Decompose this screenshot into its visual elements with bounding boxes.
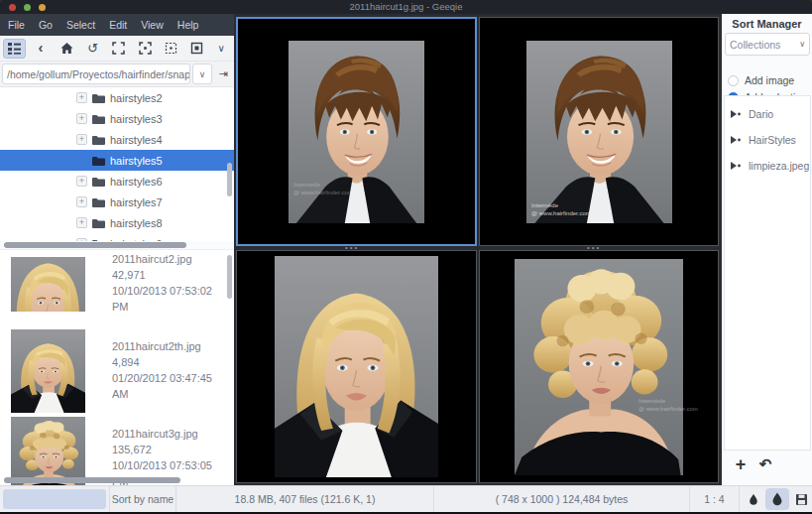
color-profile-off-button[interactable]	[742, 488, 765, 510]
home-button[interactable]	[56, 39, 78, 59]
file-name: 2011haircut3g.jpg	[112, 427, 228, 443]
zoom-ratio-segment[interactable]: 1 : 4	[689, 486, 739, 512]
sort-manager-panel: Sort Manager Collections ∨ Add image Add…	[721, 14, 812, 485]
menu-help[interactable]: Help	[177, 19, 199, 31]
zoom-fit-icon	[112, 42, 125, 55]
image-grid: Intermède@ www.hairfinder.com Intermède@…	[234, 14, 721, 485]
expander-icon[interactable]: +	[76, 176, 87, 187]
chevron-down-icon: ∨	[199, 69, 206, 79]
tree-row[interactable]: + hairstyles3	[0, 108, 234, 129]
tree-horizontal-scrollbar[interactable]	[0, 241, 234, 250]
menu-edit[interactable]: Edit	[109, 19, 127, 31]
file-list-item[interactable]: 2011haircut2.jpg 42,971 10/10/2013 07:53…	[0, 250, 234, 327]
sort-by-segment[interactable]: Sort by name	[109, 486, 175, 512]
expander-icon[interactable]: +	[76, 113, 87, 124]
home-icon	[60, 42, 73, 55]
droplet-icon	[749, 493, 758, 506]
scrollbar-thumb[interactable]	[4, 242, 186, 248]
tree-vertical-scrollbar[interactable]	[227, 163, 232, 196]
toolbar-overflow-button[interactable]: ∨	[212, 39, 231, 59]
image-tile[interactable]	[236, 250, 477, 483]
collection-expander-icon[interactable]	[731, 110, 742, 118]
file-date: 01/20/2012 03:47:45 AM	[112, 371, 228, 403]
tree-row[interactable]: + hairstyles9	[0, 233, 234, 241]
file-size: 135,672	[112, 443, 228, 458]
path-history-button[interactable]: ∨	[192, 64, 212, 84]
color-profile-on-button[interactable]	[765, 488, 789, 510]
expander-icon[interactable]: +	[76, 217, 87, 228]
progress-segment	[0, 486, 109, 512]
files-info-segment: 18.8 MB, 407 files (121.6 K, 1)	[175, 486, 433, 512]
refresh-icon: ↺	[87, 41, 98, 56]
file-list-item[interactable]: 2011haircut2th.jpg 4,894 01/20/2012 03:4…	[0, 327, 234, 415]
zoom-fill-icon	[190, 42, 203, 55]
sort-mode-dropdown[interactable]: Collections ∨	[725, 33, 810, 56]
image-watermark: Intermède@ www.hairfinder.com	[638, 398, 698, 413]
collections-list: Dario HairStyles limpieza.jpeg	[724, 95, 811, 450]
folder-icon	[92, 114, 105, 124]
file-name: 2011haircut2th.jpg	[112, 339, 228, 355]
zoom-expand-icon	[139, 42, 152, 55]
file-thumbnail	[11, 329, 85, 413]
tree-row[interactable]: + hairstyles7	[0, 192, 234, 212]
expander-icon[interactable]: +	[76, 196, 87, 207]
collection-expander-icon[interactable]	[731, 136, 742, 144]
radio-off-icon[interactable]	[728, 75, 739, 86]
left-panel: File Go Select Edit View Help ‹ ↺	[0, 14, 234, 485]
sort-mode-value: Collections	[730, 39, 780, 51]
image-tile-selected[interactable]: Intermède@ www.hairfinder.com	[236, 17, 477, 246]
file-size: 4,894	[112, 355, 228, 371]
collection-expander-icon[interactable]	[731, 162, 742, 170]
zoom-expand-button[interactable]	[134, 39, 157, 59]
file-list: 2011haircut2.jpg 42,971 10/10/2013 07:53…	[0, 250, 234, 485]
collection-item[interactable]: Dario	[731, 108, 773, 120]
folder-tree: + hairstyles2 + hairstyles3 + hairstyles…	[0, 87, 234, 241]
droplet-icon	[771, 492, 783, 506]
file-list-horizontal-scrollbar[interactable]	[4, 477, 180, 483]
collection-item[interactable]: HairStyles	[731, 134, 796, 146]
collection-item[interactable]: limpieza.jpeg	[731, 160, 809, 172]
tree-row-label: hairstyles8	[110, 217, 163, 229]
menu-go[interactable]: Go	[39, 19, 53, 31]
add-image-radio-row[interactable]: Add image	[728, 74, 794, 86]
back-icon: ‹	[39, 39, 44, 56]
expander-icon[interactable]: +	[76, 134, 87, 145]
menu-file[interactable]: File	[8, 19, 25, 31]
refresh-button[interactable]: ↺	[81, 39, 104, 59]
tree-row-label: hairstyles4	[110, 134, 163, 146]
chevron-down-icon: ∨	[799, 40, 805, 49]
tree-row[interactable]: + hairstyles6	[0, 171, 234, 192]
file-metadata: 2011haircut2th.jpg 4,894 01/20/2012 03:4…	[112, 339, 228, 403]
view-list-button[interactable]	[3, 39, 26, 59]
path-complete-button[interactable]: ⇥	[214, 64, 232, 84]
menu-select[interactable]: Select	[66, 19, 95, 31]
tree-row-label: hairstyles3	[110, 113, 163, 125]
image-watermark: Intermède@ www.hairfinder.com	[531, 202, 591, 217]
collection-label: Dario	[749, 108, 773, 120]
tree-row-selected[interactable]: hairstyles5	[0, 150, 234, 171]
image-tile[interactable]: Intermède@ www.hairfinder.com	[479, 250, 719, 483]
undo-button[interactable]: ↶	[754, 453, 776, 475]
tree-row[interactable]: + hairstyles8	[0, 212, 234, 233]
file-list-item[interactable]: 2011haircut3g.jpg 135,672 10/10/2013 07:…	[0, 415, 234, 485]
image-tile[interactable]: Intermède@ www.hairfinder.com	[479, 17, 719, 246]
save-state-button[interactable]	[789, 488, 812, 510]
zoom-original-button[interactable]	[160, 39, 182, 59]
folder-icon	[92, 197, 105, 207]
back-button[interactable]: ‹	[29, 39, 52, 59]
file-date: 10/10/2013 07:53:02 PM	[112, 284, 228, 316]
zoom-fit-button[interactable]	[107, 39, 130, 59]
zoom-one-to-one-icon	[165, 42, 177, 55]
file-thumbnail	[11, 257, 85, 312]
tree-row[interactable]: + hairstyles2	[0, 87, 234, 108]
zoom-fill-button[interactable]	[185, 39, 208, 59]
menu-view[interactable]: View	[141, 19, 164, 31]
expander-icon[interactable]: +	[76, 92, 87, 103]
status-icons	[742, 486, 812, 512]
progress-bar	[3, 489, 106, 509]
tree-row[interactable]: + hairstyles4	[0, 129, 234, 150]
path-input[interactable]	[2, 64, 190, 84]
add-collection-button[interactable]: +	[730, 453, 752, 475]
floppy-disk-icon	[795, 493, 808, 506]
file-list-vertical-scrollbar[interactable]	[227, 255, 232, 299]
